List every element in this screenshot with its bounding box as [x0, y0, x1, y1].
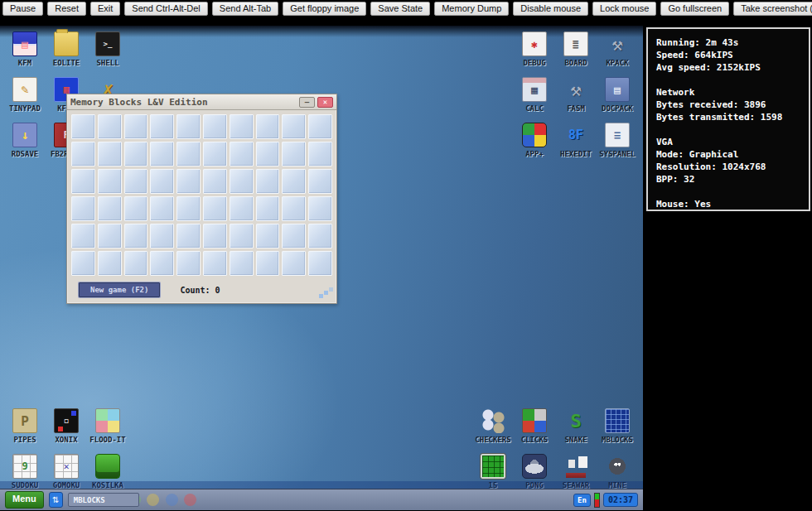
memory-block[interactable] [71, 196, 95, 221]
toolbar-button-send-alt-tab[interactable]: Send Alt-Tab [212, 2, 278, 16]
toolbar-button-save-state[interactable]: Save State [370, 2, 430, 16]
memory-block[interactable] [71, 251, 95, 276]
memory-block[interactable] [282, 114, 306, 139]
toolbar-button-get-floppy-image[interactable]: Get floppy image [283, 2, 366, 16]
desktop-icon-snake[interactable]: SSNAKE [555, 408, 597, 446]
desktop-icon-hexedit[interactable]: 8FHEXEDIT [555, 123, 597, 160]
memory-block[interactable] [176, 224, 201, 248]
memory-block[interactable] [230, 224, 254, 248]
memory-block[interactable] [124, 169, 148, 194]
memory-block[interactable] [282, 251, 306, 276]
desktop-icon-syspanel[interactable]: ≡SYSPANEL [597, 123, 638, 160]
window-titlebar[interactable]: Memory Blocks L&V Edition – ✕ [67, 94, 336, 110]
desktop-icon-kpack[interactable]: ⚒KPACK [597, 31, 638, 69]
memory-block[interactable] [256, 114, 280, 139]
memory-block[interactable] [308, 142, 332, 166]
desktop-icon-calc[interactable]: ▦CALC [514, 77, 555, 114]
desktop-icon-clicks[interactable]: CLICKS [514, 408, 555, 446]
desktop-icon-flood-it[interactable]: FLOOD-IT [87, 408, 128, 446]
memory-block[interactable] [124, 196, 148, 221]
toolbar-button-memory-dump[interactable]: Memory Dump [434, 2, 509, 16]
desktop-icon-15[interactable]: 15 [472, 454, 514, 491]
memory-block[interactable] [230, 114, 254, 139]
memory-block[interactable] [124, 251, 148, 276]
memory-block[interactable] [150, 224, 174, 248]
memory-block[interactable] [71, 224, 95, 248]
desktop-icon-pong[interactable]: PONG [514, 454, 555, 491]
memory-block[interactable] [98, 142, 122, 166]
desktop-icon-kfm[interactable]: ▤KFM [4, 31, 46, 69]
desktop-icon-shell[interactable]: >_SHELL [87, 31, 128, 69]
desktop-icon-kosilka[interactable]: KOSILKA [87, 454, 128, 491]
memory-block[interactable] [176, 196, 201, 221]
resize-grip[interactable] [324, 291, 328, 295]
desktop-icon-eolite[interactable]: EOLITE [46, 31, 87, 69]
memory-block[interactable] [124, 224, 148, 248]
memory-block[interactable] [230, 196, 254, 221]
desktop-icon-debug[interactable]: ✱DEBUG [514, 31, 555, 69]
language-indicator[interactable]: En [573, 494, 591, 507]
memory-block[interactable] [308, 251, 332, 276]
memory-block[interactable] [71, 142, 95, 166]
memory-block[interactable] [150, 251, 174, 276]
memory-block[interactable] [98, 196, 122, 221]
memory-block[interactable] [176, 142, 201, 166]
memory-block[interactable] [98, 114, 122, 139]
desktop-icon-mine[interactable]: MINE [597, 454, 638, 491]
desktop-icon-board[interactable]: ≣BOARD [555, 31, 597, 69]
memory-block[interactable] [308, 114, 332, 139]
toolbar-button-send-ctrl-alt-del[interactable]: Send Ctrl-Alt-Del [124, 2, 208, 16]
memory-block[interactable] [203, 169, 227, 194]
task-switcher-icon[interactable]: ⇅ [49, 492, 63, 508]
memory-block[interactable] [150, 169, 174, 194]
memory-block[interactable] [308, 196, 332, 221]
menu-button[interactable]: Menu [5, 491, 44, 509]
desktop-icon-sudoku[interactable]: 9SUDOKU [4, 454, 46, 491]
desktop-icon-app[interactable]: APP+ [514, 123, 555, 160]
desktop-icon-fasm[interactable]: ⚒FASM [555, 77, 597, 114]
desktop-icon-xonix[interactable]: ▫XONIX [46, 408, 87, 446]
toolbar-button-lock-mouse[interactable]: Lock mouse [592, 2, 656, 16]
desktop-icon-pipes[interactable]: PPIPES [4, 408, 46, 446]
memory-block[interactable] [176, 169, 201, 194]
desktop-icon-tinypad[interactable]: ✎TINYPAD [4, 77, 46, 114]
memory-block[interactable] [230, 142, 254, 166]
memory-block[interactable] [282, 142, 306, 166]
toolbar-button-take-screenshot-only-graphic-modes[interactable]: Take screenshot (only graphic modes) [733, 2, 812, 16]
memory-block[interactable] [176, 114, 201, 139]
memory-block[interactable] [150, 142, 174, 166]
desktop-icon-seawar[interactable]: SEAWAR [555, 454, 597, 491]
memory-block[interactable] [256, 142, 280, 166]
vm-screen[interactable]: ▤KFMEOLITE>_SHELL✎TINYPAD▦KFAR✗↓RDSAVEFF… [0, 26, 643, 510]
toolbar-button-disable-mouse[interactable]: Disable mouse [513, 2, 588, 16]
memory-block[interactable] [124, 142, 148, 166]
desktop-icon-checkers[interactable]: CHECKERS [472, 408, 514, 446]
memory-block[interactable] [308, 169, 332, 194]
memory-block[interactable] [203, 224, 227, 248]
memory-block[interactable] [203, 251, 227, 276]
memory-block[interactable] [230, 251, 254, 276]
memory-block[interactable] [256, 169, 280, 194]
desktop-icon-gomoku[interactable]: ✕GOMOKU [46, 454, 87, 491]
close-button[interactable]: ✕ [317, 97, 333, 108]
memory-block[interactable] [282, 196, 306, 221]
toolbar-button-reset[interactable]: Reset [47, 2, 86, 16]
memory-block[interactable] [71, 114, 95, 139]
minimize-button[interactable]: – [299, 97, 315, 108]
toolbar-button-exit[interactable]: Exit [90, 2, 120, 16]
memory-block[interactable] [98, 251, 122, 276]
memory-block[interactable] [98, 224, 122, 248]
memory-block[interactable] [176, 251, 201, 276]
desktop-icon-docpack[interactable]: ▤DOCPACK [597, 77, 638, 114]
memory-block[interactable] [230, 169, 254, 194]
memory-block[interactable] [308, 224, 332, 248]
memory-block[interactable] [150, 196, 174, 221]
memory-block[interactable] [150, 114, 174, 139]
memory-block[interactable] [98, 169, 122, 194]
toolbar-button-pause[interactable]: Pause [2, 2, 43, 16]
taskbar-task-mblocks[interactable]: MBLOCKS [68, 493, 139, 507]
memory-block[interactable] [203, 142, 227, 166]
new-game-button[interactable]: New game (F2) [79, 282, 160, 297]
memory-block[interactable] [282, 224, 306, 248]
memory-block[interactable] [256, 251, 280, 276]
